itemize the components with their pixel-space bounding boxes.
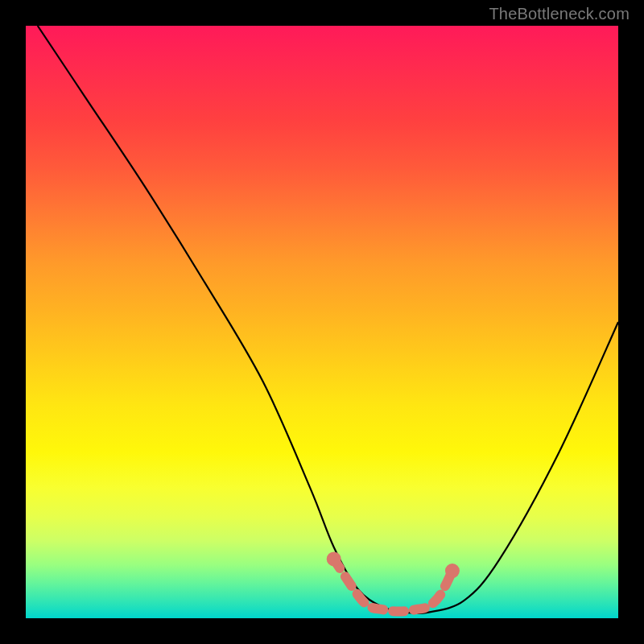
plot-area	[26, 26, 618, 618]
highlight-end-dot	[445, 564, 460, 578]
highlight-end-dot	[327, 551, 341, 566]
curve-layer	[26, 26, 618, 618]
watermark-text: TheBottleneck.com	[489, 5, 630, 23]
chart-frame: TheBottleneck.com	[0, 0, 644, 644]
bottleneck-curve	[38, 26, 618, 613]
highlight-markers	[327, 551, 460, 611]
highlight-dash	[334, 559, 452, 611]
